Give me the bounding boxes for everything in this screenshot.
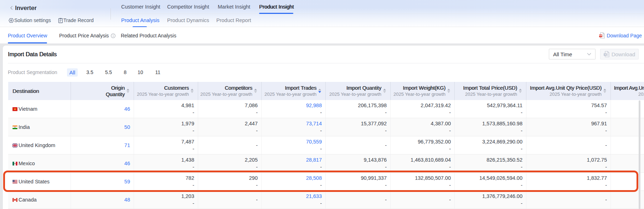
svg-text:PDF: PDF — [599, 35, 602, 37]
svg-text:X: X — [604, 53, 606, 56]
